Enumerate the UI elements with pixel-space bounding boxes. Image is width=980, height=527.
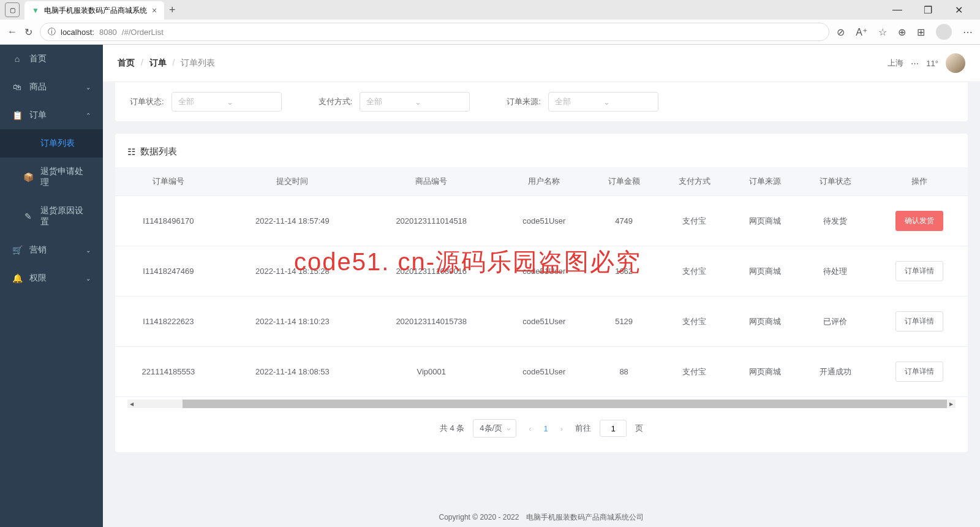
- close-tab-icon[interactable]: ×: [152, 6, 157, 15]
- payment-select[interactable]: 全部 ⌄: [360, 92, 470, 112]
- sidebar-item-label: 营销: [29, 245, 47, 256]
- table-body: I114184961702022-11-14 18:57:49202012311…: [115, 196, 968, 397]
- sidebar-item-1[interactable]: 🛍商品⌄: [0, 73, 103, 101]
- breadcrumb-order[interactable]: 订单: [149, 58, 167, 67]
- browser-tab[interactable]: ▼ 电脑手机服装数码产品商城系统 ×: [24, 1, 164, 20]
- next-page-button[interactable]: ›: [557, 424, 567, 433]
- pagination: 共 4 条 4条/页 ‹ 1 › 前往 页: [115, 408, 968, 440]
- chevron-down-icon: ⌄: [227, 97, 275, 107]
- goto-page-input[interactable]: [600, 420, 627, 437]
- menu-icon[interactable]: ⋯: [963, 26, 973, 38]
- cell-sku: 2020123114015738: [363, 297, 500, 347]
- collections-icon[interactable]: ⊞: [917, 26, 925, 38]
- chevron-icon: ⌄: [86, 275, 91, 282]
- source-select[interactable]: 全部 ⌄: [548, 92, 658, 112]
- menu-icon: ✎: [23, 211, 33, 221]
- window-controls: — ❐ ✕: [888, 4, 975, 16]
- cell-pay: 支付宝: [659, 196, 729, 246]
- user-avatar[interactable]: [946, 53, 965, 73]
- close-window-button[interactable]: ✕: [949, 4, 968, 16]
- sidebar: ⌂首页🛍商品⌄📋订单⌃订单列表📦退货申请处理✎退货原因设置🛒营销⌄🔔权限⌄: [0, 45, 103, 527]
- breadcrumb-home[interactable]: 首页: [118, 58, 135, 67]
- table-row: I114182226232022-11-14 18:10:23202012311…: [115, 297, 968, 347]
- info-icon: ⓘ: [48, 26, 56, 37]
- menu-icon: 📦: [23, 172, 33, 182]
- action-button[interactable]: 订单详情: [895, 261, 943, 281]
- cell-status: 待发货: [800, 196, 870, 246]
- horizontal-scrollbar[interactable]: ◀ ▶: [127, 400, 956, 408]
- action-button[interactable]: 订单详情: [895, 311, 943, 332]
- cell-sku: 2020123111014518: [363, 196, 500, 246]
- scroll-right-icon[interactable]: ▶: [947, 400, 956, 408]
- url-input[interactable]: ⓘ localhost:8080/#/OrderList: [40, 23, 829, 41]
- sidebar-item-7[interactable]: 🔔权限⌄: [0, 264, 103, 292]
- column-header: 商品编号: [363, 167, 500, 196]
- cell-pay: 支付宝: [659, 297, 729, 347]
- status-select[interactable]: 全部 ⌄: [172, 92, 282, 112]
- text-size-icon[interactable]: A⁺: [856, 26, 867, 38]
- sidebar-item-label: 退货原因设置: [40, 205, 91, 227]
- column-header: 订单来源: [729, 167, 800, 196]
- favorites-bar-icon[interactable]: ⊕: [898, 26, 906, 38]
- address-bar: ← ↻ ⓘ localhost:8080/#/OrderList ⊘ A⁺ ☆ …: [0, 20, 980, 44]
- weather-temp: 11°: [926, 59, 938, 68]
- page-number[interactable]: 1: [544, 424, 548, 433]
- sidebar-item-4[interactable]: 📦退货申请处理: [0, 157, 103, 197]
- scroll-left-icon[interactable]: ◀: [127, 400, 136, 408]
- cell-time: 2022-11-14 18:10:23: [222, 297, 363, 347]
- minimize-button[interactable]: —: [888, 4, 907, 16]
- column-header: 用户名称: [500, 167, 589, 196]
- cell-user: code51User: [500, 246, 589, 297]
- action-button[interactable]: 确认发货: [895, 211, 943, 231]
- sidebar-item-5[interactable]: ✎退货原因设置: [0, 197, 103, 236]
- chevron-icon: ⌃: [86, 112, 91, 119]
- menu-icon: 📋: [12, 110, 22, 120]
- prev-page-button[interactable]: ‹: [525, 424, 535, 433]
- action-button[interactable]: 订单详情: [895, 362, 943, 382]
- browser-chrome: ▢ ▼ 电脑手机服装数码产品商城系统 × + — ❐ ✕ ← ↻ ⓘ local…: [0, 0, 980, 45]
- cell-source: 网页商城: [729, 246, 800, 297]
- cell-amount: 5129: [589, 297, 659, 347]
- data-card: ☷ 数据列表 订单编号提交时间商品编号用户名称订单金额支付方式订单来源订单状态操…: [115, 134, 968, 452]
- cell-id: I11418222623: [115, 297, 222, 347]
- cell-time: 2022-11-14 18:57:49: [222, 196, 363, 246]
- profile-avatar[interactable]: [936, 24, 952, 40]
- new-tab-button[interactable]: +: [169, 4, 176, 17]
- weather-widget: 上海 ⋯ 11°: [888, 53, 965, 73]
- table-row: 2211141855532022-11-14 18:08:53Vip0001co…: [115, 347, 968, 397]
- maximize-button[interactable]: ❐: [919, 4, 937, 16]
- menu-icon: ⌂: [12, 54, 22, 64]
- cell-amount: 4749: [589, 196, 659, 246]
- url-host: localhost:: [61, 28, 94, 37]
- sidebar-item-0[interactable]: ⌂首页: [0, 45, 103, 73]
- chevron-icon: ⌄: [86, 84, 91, 91]
- refresh-button[interactable]: ↻: [24, 26, 32, 38]
- weather-city: 上海: [888, 58, 903, 69]
- cell-user: code51User: [500, 297, 589, 347]
- sidebar-item-label: 商品: [29, 82, 47, 93]
- menu-icon: 🛍: [12, 82, 22, 92]
- sidebar-item-6[interactable]: 🛒营销⌄: [0, 236, 103, 264]
- column-header: 提交时间: [222, 167, 363, 196]
- column-header: 订单状态: [800, 167, 870, 196]
- breadcrumb: 首页 / 订单 / 订单列表: [118, 58, 215, 69]
- cell-user: code51User: [500, 196, 589, 246]
- sidebar-item-3[interactable]: 订单列表: [0, 129, 103, 157]
- read-aloud-icon[interactable]: ⊘: [837, 26, 845, 38]
- sidebar-item-2[interactable]: 📋订单⌃: [0, 101, 103, 129]
- cell-amount: 1662: [589, 246, 659, 297]
- weather-dots: ⋯: [911, 59, 919, 68]
- table-row: I114184961702022-11-14 18:57:49202012311…: [115, 196, 968, 246]
- scrollbar-thumb[interactable]: [183, 400, 947, 408]
- sidebar-item-label: 权限: [29, 273, 47, 284]
- pagination-total: 共 4 条: [440, 423, 464, 434]
- tab-overview-button[interactable]: ▢: [5, 2, 20, 17]
- page-size-select[interactable]: 4条/页: [473, 419, 516, 438]
- cell-amount: 88: [589, 347, 659, 397]
- cell-action: 确认发货: [870, 196, 968, 246]
- card-title: ☷ 数据列表: [115, 146, 968, 167]
- column-header: 订单金额: [589, 167, 659, 196]
- back-button[interactable]: ←: [7, 26, 17, 37]
- menu-icon: 🔔: [12, 273, 22, 283]
- favorite-icon[interactable]: ☆: [878, 26, 887, 38]
